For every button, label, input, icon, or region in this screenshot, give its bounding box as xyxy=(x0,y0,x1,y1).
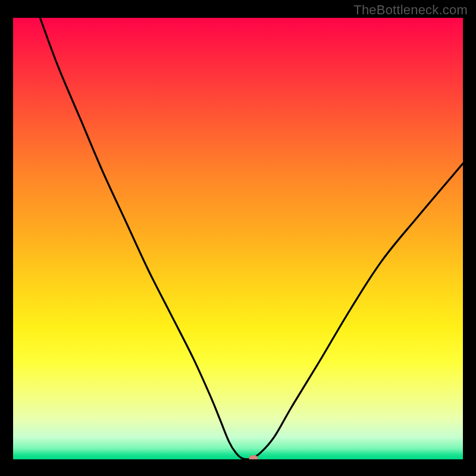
curve-svg xyxy=(13,18,463,459)
chart-frame: TheBottleneck.com xyxy=(0,0,476,476)
bottleneck-curve xyxy=(40,18,463,459)
optimal-point-marker xyxy=(249,455,258,459)
plot-area xyxy=(13,18,463,459)
watermark-text: TheBottleneck.com xyxy=(353,2,468,18)
